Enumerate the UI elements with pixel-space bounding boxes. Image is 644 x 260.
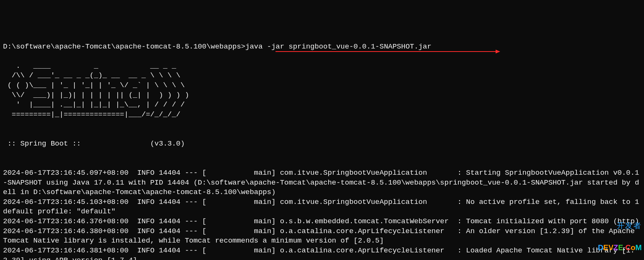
log-line: 2024-06-17T23:16:46.380+08:00 INFO 14404… [3,227,639,245]
prompt-command: java -jar springboot_vue-0.0.1-SNAPSHOT.… [246,42,431,51]
prompt-path: D:\software\apache-Tomcat\apache-tomcat-… [3,42,246,51]
command-prompt-line[interactable]: D:\software\apache-Tomcat\apache-tomcat-… [3,42,641,52]
spring-banner: . ____ _ __ _ _ /\\ / ___'_ __ _ _(_)_ _… [3,61,641,120]
log-line: 2024-06-17T23:16:45.103+08:00 INFO 14404… [3,198,643,216]
spring-version-line: :: Spring Boot :: (v3.3.0) [3,129,641,149]
log-output: 2024-06-17T23:16:45.097+08:00 INFO 14404… [3,158,641,260]
log-line: 2024-06-17T23:16:46.376+08:00 INFO 14404… [3,217,639,226]
arrow-right-icon [496,50,500,53]
log-line: 2024-06-17T23:16:46.381+08:00 INFO 14404… [3,246,635,260]
log-line: 2024-06-17T23:16:45.097+08:00 INFO 14404… [3,169,639,196]
command-underline-annotation [276,51,496,52]
